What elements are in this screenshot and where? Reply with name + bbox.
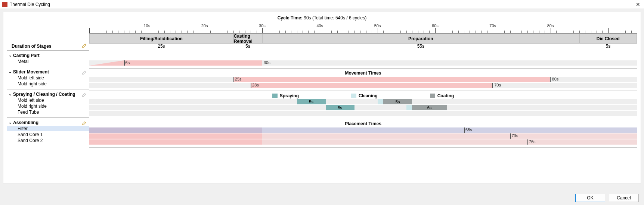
edit-icon[interactable] [82, 92, 87, 97]
legend-item: Spraying [272, 93, 299, 98]
app-icon [2, 2, 7, 7]
gantt-bar[interactable]: 5s [326, 105, 354, 110]
row-label-metal[interactable]: Metal [7, 59, 28, 64]
row-labels-column: Duration of Stages ⌄Casting Part Metal ⌄… [7, 23, 89, 183]
section-slider-movement[interactable]: ⌄Slider Movement [7, 69, 49, 75]
timeline-row-mold-right[interactable]: 28s70s [89, 82, 637, 88]
gantt-bar[interactable] [89, 127, 262, 133]
titlebar: Thermal Die Cycling ✕ [0, 0, 644, 9]
row-label-filter[interactable]: Filter [7, 126, 89, 131]
gantt-bar[interactable]: 5s [297, 99, 326, 104]
row-label-mold-right[interactable]: Mold right side [7, 81, 47, 86]
legend-swatch [430, 94, 435, 98]
gantt-bar[interactable] [89, 133, 262, 139]
stage-duration: 25s [158, 44, 165, 49]
stage-header[interactable]: Die Closed [579, 34, 637, 44]
row-label-sandcore2[interactable]: Sand Core 2 [7, 138, 43, 143]
row-label-sandcore1[interactable]: Sand Core 1 [7, 132, 43, 137]
gantt-bar[interactable] [251, 83, 493, 88]
row-label-spray-mold-left[interactable]: Mold left side [7, 98, 44, 103]
section-casting-part[interactable]: ⌄Casting Part [7, 52, 40, 59]
chart-panel: Cycle Time: 90s (Total time: 540s / 6 cy… [3, 12, 641, 183]
timeline-row-sandcore1[interactable]: 73s [89, 133, 637, 139]
timeline-row-feed-tube[interactable] [89, 111, 637, 117]
gantt-bar[interactable] [378, 99, 383, 104]
row-label-spray-mold-right[interactable]: Mold right side [7, 104, 47, 109]
placement-times-label: Placement Times [89, 121, 637, 126]
gantt-bar[interactable] [233, 77, 551, 82]
time-ruler: 10s20s30s40s50s60s70s80s [89, 23, 637, 34]
row-label-feed-tube[interactable]: Feed Tube [7, 110, 39, 115]
gantt-bar[interactable] [89, 139, 262, 145]
timeline-area[interactable]: 10s20s30s40s50s60s70s80s Filling/Solidif… [89, 23, 637, 183]
gantt-bar[interactable] [262, 127, 637, 133]
ok-button[interactable]: OK [575, 194, 605, 202]
chevron-down-icon: ⌄ [9, 70, 12, 74]
duration-values-row: 25s5s55s5s [89, 44, 637, 52]
section-spraying[interactable]: ⌄Spraying / Cleaning / Coating [7, 91, 75, 98]
cycle-time-header: Cycle Time: 90s (Total time: 540s / 6 cy… [3, 12, 641, 21]
placement-marker[interactable] [510, 133, 511, 139]
cycle-time-detail: (Total time: 540s / 6 cycles) [312, 15, 366, 20]
chart-area: Duration of Stages ⌄Casting Part Metal ⌄… [7, 23, 637, 183]
timeline-row-sandcore2[interactable]: 76s [89, 139, 637, 145]
gantt-bar[interactable] [124, 60, 262, 66]
legend-item: Cleaning [351, 93, 378, 98]
chevron-down-icon: ⌄ [9, 92, 12, 96]
content-area: Cycle Time: 90s (Total time: 540s / 6 cy… [0, 9, 644, 191]
stage-duration: 5s [245, 44, 250, 49]
edit-icon[interactable] [82, 43, 87, 48]
timeline-row-metal[interactable]: 6s30s [89, 60, 637, 66]
timeline-row-filter[interactable]: 65s [89, 127, 637, 133]
timeline-row-mold-left[interactable]: 25s80s [89, 76, 637, 82]
dialog-footer: OK Cancel [0, 191, 644, 205]
section-assembling[interactable]: ⌄Assembling [7, 119, 38, 126]
movement-times-label: Movement Times [89, 70, 637, 76]
placement-marker[interactable] [527, 139, 528, 145]
cycle-time-label: Cycle Time: [278, 15, 303, 20]
legend-item: Coating [430, 93, 454, 98]
chevron-down-icon: ⌄ [9, 53, 12, 57]
edit-icon[interactable] [82, 70, 87, 75]
window-title: Thermal Die Cycling [10, 2, 634, 7]
stage-header[interactable]: Filling/Solidification [89, 34, 233, 44]
stage-duration: 55s [417, 44, 424, 49]
stage-header[interactable]: Preparation [262, 34, 579, 44]
chevron-down-icon: ⌄ [9, 120, 12, 124]
stages-header-row: Filling/SolidificationCasting RemovalPre… [89, 34, 637, 44]
duration-of-stages-label: Duration of Stages [7, 44, 52, 49]
gantt-bar[interactable] [262, 133, 637, 139]
stage-header[interactable]: Casting Removal [233, 34, 262, 44]
cycle-time-value: 90s [304, 15, 311, 20]
spray-legend-row: SprayingCleaningCoating [89, 93, 637, 99]
timeline-row-spray-right[interactable]: 5s6s [89, 105, 637, 111]
edit-icon[interactable] [82, 120, 87, 126]
dialog-window: Thermal Die Cycling ✕ Cycle Time: 90s (T… [0, 0, 644, 205]
gantt-bar[interactable]: 5s [383, 99, 412, 104]
gantt-bar[interactable]: 6s [412, 105, 447, 110]
close-icon[interactable]: ✕ [634, 1, 642, 7]
row-label-mold-left[interactable]: Mold left side [7, 75, 44, 81]
gantt-bar[interactable] [406, 105, 412, 110]
placement-marker[interactable] [464, 127, 465, 133]
gantt-bar[interactable] [262, 139, 637, 145]
legend-swatch [351, 94, 356, 98]
cancel-button[interactable]: Cancel [609, 194, 639, 202]
stage-duration: 5s [606, 44, 610, 49]
timeline-row-spray-left[interactable]: 5s5s [89, 99, 637, 105]
legend-swatch [272, 94, 278, 98]
metal-ramp[interactable] [89, 60, 124, 66]
